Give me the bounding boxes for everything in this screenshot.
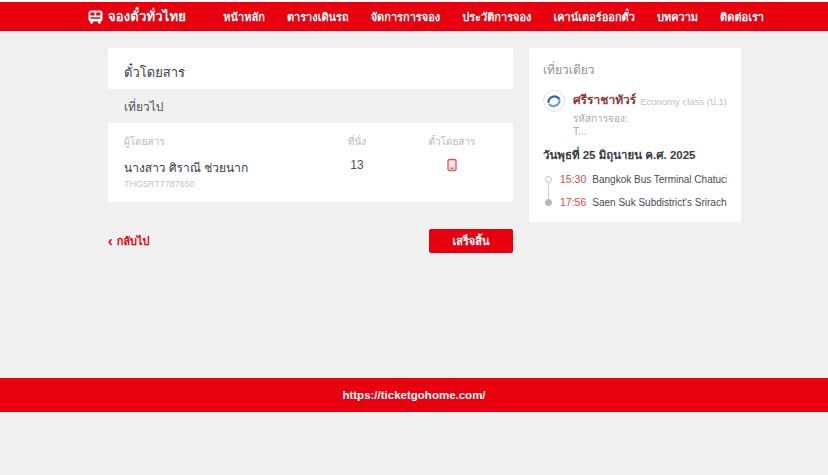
- nav-booking-history[interactable]: ประวัติการจอง: [462, 8, 531, 26]
- actions-row: ‹ กลับไป เสร็จสิ้น: [108, 229, 513, 253]
- ticket-section-title: ตั๋วโดยสาร: [124, 62, 497, 83]
- nav-manage-booking[interactable]: จัดการการจอง: [371, 8, 441, 26]
- ticket-icon[interactable]: [447, 158, 457, 172]
- outbound-trip-label: เที่ยวไป: [108, 89, 513, 123]
- class-label: Economy class (ป.1): [640, 94, 727, 109]
- destination-dot-icon: [545, 199, 552, 206]
- trip-summary-card: เที่ยวเดียว ศรีราชาทัวร์ รหัสการจอง: T..…: [529, 48, 741, 222]
- trip-type-label: เที่ยวเดียว: [543, 60, 727, 79]
- trip-date: วันพุธที่ 25 มิถุนายน ค.ศ. 2025: [543, 146, 727, 164]
- booking-code: รหัสการจอง: T...: [573, 111, 632, 137]
- back-label: กลับไป: [117, 232, 150, 250]
- footer-url-link[interactable]: https://ticketgohome.com/: [342, 389, 485, 401]
- header: จองตั๋วทั่วไทย หน้าหลัก ตารางเดินรถ จัดก…: [0, 2, 828, 31]
- table-row: นางสาว ศิราณี ช่วยนาก THG5RT7787650 13: [124, 158, 497, 189]
- back-button[interactable]: ‹ กลับไป: [108, 232, 150, 250]
- arrival-place: Saen Suk Subdistrict's Sriracha Tour (N.…: [592, 197, 727, 208]
- chevron-left-icon: ‹: [108, 234, 113, 248]
- route-timeline: 15:30 Bangkok Bus Terminal Chatuchak (Mo…: [543, 173, 727, 208]
- nav-contact[interactable]: ติดต่อเรา: [720, 8, 764, 26]
- nav-schedule[interactable]: ตารางเดินรถ: [287, 8, 349, 26]
- operator-logo-icon: [543, 90, 565, 112]
- origin-stop: 15:30 Bangkok Bus Terminal Chatuchak (Mo…: [545, 173, 727, 185]
- operator-name: ศรีราชาทัวร์: [573, 90, 632, 109]
- brand[interactable]: จองตั๋วทั่วไทย: [88, 6, 186, 27]
- bus-icon: [88, 10, 103, 24]
- arrival-time: 17:56: [560, 196, 586, 208]
- passenger-table: ผู้โดยสาร ที่นั่ง ตั๋วโดยสาร นางสาว ศิรา…: [108, 123, 513, 202]
- main-content: ตั๋วโดยสาร เที่ยวไป ผู้โดยสาร ที่นั่ง ตั…: [108, 48, 741, 253]
- col-header-ticket: ตั๋วโดยสาร: [407, 134, 497, 149]
- departure-time: 15:30: [560, 173, 586, 185]
- departure-place: Bangkok Bus Terminal Chatuchak (Mo C...: [592, 174, 727, 185]
- finish-button[interactable]: เสร็จสิ้น: [429, 229, 513, 253]
- nav-articles[interactable]: บทความ: [657, 8, 698, 26]
- brand-label: จองตั๋วทั่วไทย: [108, 6, 186, 27]
- destination-stop: 17:56 Saen Suk Subdistrict's Sriracha To…: [545, 196, 727, 208]
- nav-home[interactable]: หน้าหลัก: [223, 8, 265, 26]
- ticket-title-card: ตั๋วโดยสาร: [108, 48, 513, 89]
- passenger-name: นางสาว ศิราณี ช่วยนาก: [124, 158, 307, 177]
- nav-ticket-counter[interactable]: เคาน์เตอร์ออกตั๋ว: [553, 8, 634, 26]
- footer: https://ticketgohome.com/: [0, 378, 828, 412]
- seat-number: 13: [307, 158, 407, 172]
- col-header-passenger: ผู้โดยสาร: [124, 134, 307, 149]
- timeline-connector: [548, 182, 549, 200]
- table-header-row: ผู้โดยสาร ที่นั่ง ตั๋วโดยสาร: [124, 134, 497, 149]
- operator-row: ศรีราชาทัวร์ รหัสการจอง: T... Economy cl…: [543, 90, 727, 137]
- passenger-booking-code: THG5RT7787650: [124, 179, 307, 189]
- ticket-column: ตั๋วโดยสาร เที่ยวไป ผู้โดยสาร ที่นั่ง ตั…: [108, 48, 513, 253]
- col-header-seat: ที่นั่ง: [307, 134, 407, 149]
- main-nav: หน้าหลัก ตารางเดินรถ จัดการการจอง ประวัต…: [223, 8, 764, 26]
- origin-dot-icon: [545, 176, 552, 183]
